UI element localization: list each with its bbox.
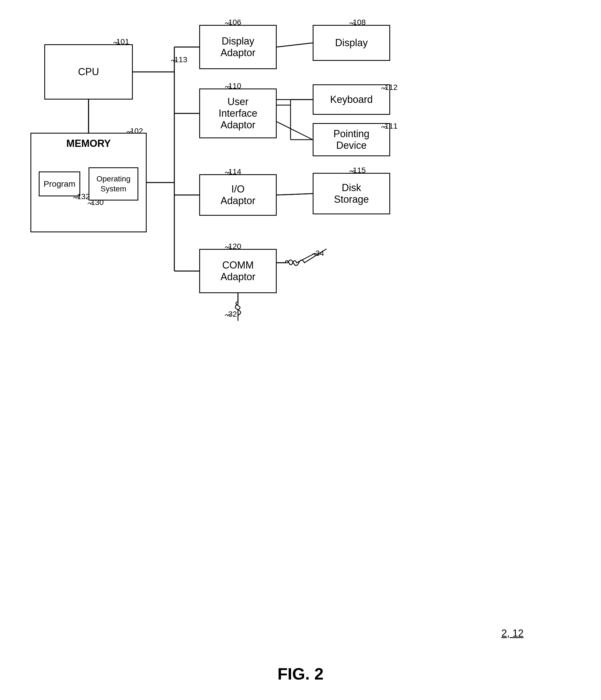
display-box: Display [313,25,390,61]
fig-ref: 2, 12 [501,628,524,639]
os-label: Operating System [97,174,130,194]
cpu-box: CPU [44,44,133,100]
ui-adaptor-label: User Interface Adaptor [219,96,257,131]
pointing-device-box: Pointing Device [313,123,390,156]
disk-storage-label: Disk Storage [334,182,369,205]
display-label: Display [335,37,368,49]
comm-adaptor-box: COMM Adaptor [199,249,277,293]
program-label: Program [44,179,75,189]
io-adaptor-box: I/O Adaptor [199,174,277,216]
memory-label: MEMORY [66,138,111,149]
cpu-label: CPU [78,66,99,78]
keyboard-box: Keyboard [313,84,390,115]
svg-line-8 [277,122,313,140]
io-adaptor-label: I/O Adaptor [220,183,256,207]
comm-adaptor-label: COMM Adaptor [220,259,256,283]
diagram: .conn { stroke: #000; stroke-width: 3; f… [22,17,576,625]
svg-line-5 [277,43,313,47]
keyboard-label: Keyboard [330,94,373,105]
fig-label: FIG. 2 [278,664,324,683]
display-adaptor-box: Display Adaptor [199,25,277,69]
ui-adaptor-box: User Interface Adaptor [199,89,277,138]
pointing-device-label: Pointing Device [333,128,369,151]
display-adaptor-label: Display Adaptor [220,35,256,59]
svg-line-25 [277,194,313,195]
svg-line-10 [277,194,313,195]
os-box: Operating System [89,167,138,201]
svg-line-18 [277,43,313,47]
disk-storage-box: Disk Storage [313,173,390,214]
program-box: Program [39,172,80,196]
